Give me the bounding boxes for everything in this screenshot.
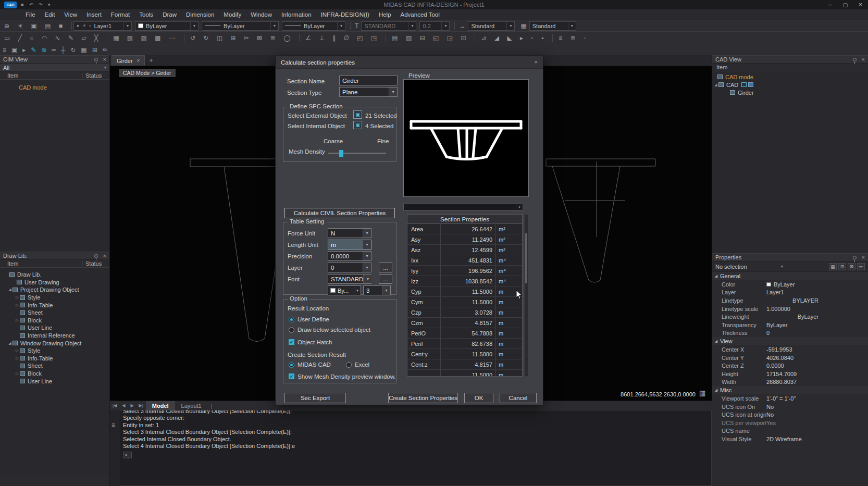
edit-pencil-icon[interactable]: ✎ [28,46,39,54]
menu-item-information[interactable]: Information [277,9,316,20]
toggle-value-icon[interactable]: ▦ [829,263,837,270]
tree-item-block[interactable]: Block [0,317,109,325]
tree-item-style[interactable]: Style [0,347,109,355]
expanded-arrow-icon[interactable] [713,83,718,87]
prev-tab-icon[interactable]: ◀ [119,403,128,408]
show-mesh-preview-checkbox[interactable] [289,373,294,379]
dialog-titlebar[interactable]: Calculate section properties [276,56,543,69]
color-select[interactable]: ByLayer [135,21,199,31]
font-select[interactable]: STANDARD [328,274,371,284]
section-name-input[interactable] [339,76,398,85]
collapsed-arrow-icon[interactable] [15,295,20,300]
menu-item-file[interactable]: File [21,9,40,20]
hatch-tools-icon-group[interactable]: ▦ ▧ ▨ ▩ ⋯ [109,34,182,42]
selection-filter-select[interactable]: No selection [715,264,783,270]
calculate-civil-section-properties-button[interactable]: Calculate CIVIL Section Properties [284,208,395,218]
prop-row-center-y[interactable]: Center Y4026.0840 [712,354,868,362]
select-objects-icon[interactable]: ⊠ [848,263,855,270]
menu-item-help[interactable]: Help [374,9,396,20]
crosshair-icon[interactable]: ┼ [58,46,68,54]
command-menu-icon[interactable]: ≡ [111,421,115,429]
section-type-select[interactable]: Plane [339,87,398,97]
frame-icon[interactable]: ▣ [9,46,20,54]
text-size-select[interactable]: 3 [363,285,391,295]
force-unit-select[interactable]: N [328,228,371,238]
viewport-grid-icon[interactable]: ▦ [699,389,705,397]
prop-row-lineweight[interactable]: LineweightByLayer [712,313,868,321]
command-history[interactable]: Select 3 Internal Closed Boundary Object… [119,410,712,486]
menu-item-draw[interactable]: Draw [158,9,181,20]
menu-item-insert[interactable]: Insert [82,9,106,20]
tree-item-cad-mode[interactable]: CAD mode [712,73,868,81]
modify-tools-icon-group[interactable]: ↺ ↻ ◫ ⊞ ✂ ⊠ ≣ ◯ [186,34,297,42]
dialog-layer-select[interactable]: 0 [328,263,371,272]
sec-export-button[interactable]: Sec Export [284,393,346,403]
pick-internal-object-button[interactable]: ▣ [353,121,362,129]
toolbar-icon-group-view[interactable]: ⊕ ☀ ▣ ▤ ■ [0,22,70,30]
dialog-close-icon[interactable] [535,59,538,65]
tree-item-internal-reference[interactable]: Internal Reference [0,332,109,340]
tree-item-user-drawing[interactable]: User Drawing [0,279,109,286]
dimension-tools-icon-group[interactable]: ∠ ⊥ ∥ ∅ ◰ ◳ [301,34,384,42]
tree-item-sheet[interactable]: Sheet [0,362,109,370]
tree-item-block[interactable]: Block [0,370,109,378]
command-prompt-icon[interactable]: >_ [123,452,132,458]
annotate-icon[interactable]: ✏ [100,46,110,54]
table-tools-icon-group[interactable]: ▤ ▥ ⊟ ◱ ◲ ⊡ [388,34,473,42]
tree-item-info-table[interactable]: Info-Table [0,301,109,309]
tab-close-icon[interactable]: × [137,58,140,64]
draw-tools-icon-group[interactable]: ▭ ╱ ○ ◠ ∿ ✎ ▱ ╳ [0,34,105,42]
lineweight-select[interactable]: ByLayer [282,21,345,31]
tab-layout1[interactable]: Layout1 [175,401,208,410]
polyline-icon[interactable]: ━ [49,46,58,54]
text-style-select[interactable]: STANDARD [361,21,416,31]
display-icon[interactable] [741,82,747,87]
maximize-button[interactable]: ▢ [838,0,853,9]
viewport-icon[interactable] [748,82,753,87]
pin-icon[interactable] [853,58,857,61]
cim-node-cad-mode[interactable]: CAD mode [0,84,109,92]
length-unit-select[interactable]: m [328,240,371,250]
menu-item-edit[interactable]: Edit [40,9,60,20]
pin-icon[interactable] [94,254,98,258]
mesh-density-slider-thumb[interactable] [339,150,343,157]
tree-item-info-table[interactable]: Info-Table [0,355,109,363]
prop-row-center-z[interactable]: Center Z0.0000 [712,362,868,370]
create-section-properties-button[interactable]: Create Section Properties [388,393,458,403]
midas-cad-radio[interactable] [289,362,294,368]
prop-row-height[interactable]: Height17154.7009 [712,370,868,378]
expanded-arrow-icon[interactable] [7,341,13,345]
menu-item-dimension[interactable]: Dimension [181,9,219,20]
ok-button[interactable]: OK [464,393,493,403]
tree-item-cad[interactable]: CAD [712,81,868,89]
excel-radio[interactable] [346,362,352,368]
edit-properties-icon[interactable]: ✏ [857,263,865,270]
text-color-select[interactable]: By... [328,285,361,295]
close-icon[interactable] [862,255,865,260]
prop-row-linetype[interactable]: LinetypeBYLAYER [712,296,868,305]
pin-icon[interactable] [94,58,98,61]
menu-item-format[interactable]: Format [106,9,134,20]
tree-item-draw-lib[interactable]: Draw Lib. [0,271,109,279]
expanded-arrow-icon[interactable] [7,288,13,292]
prop-row-ucs-icon-on[interactable]: UCS icon OnNo [712,403,868,411]
text-style-icon[interactable]: T [352,22,361,30]
object-hatch-checkbox[interactable] [289,339,294,345]
prop-row-linetype-scale[interactable]: Linetype scale1.000000 [712,305,868,313]
dim-style-icon[interactable]: ↔ [456,22,468,30]
new-tab-button[interactable]: + [145,55,157,66]
menu-item-view[interactable]: View [59,9,82,20]
close-icon[interactable] [862,57,865,63]
prop-row-viewport-scale[interactable]: Viewport scale1'-0" = 1'-0" [712,394,868,403]
list-icon[interactable]: ≡ [0,46,9,54]
collapsed-arrow-icon[interactable] [15,371,20,376]
quick-select-icon[interactable]: ⊞ [838,263,846,270]
prop-row-visual-style[interactable]: Visual Style2D Wireframe [712,435,868,443]
snap-tools-icon-group[interactable]: ⊿ ◢ ◣ ▸ ▫ ▪ [477,34,551,42]
table-style-select[interactable]: Standard [529,21,576,31]
precision-select[interactable]: 0.0000 [328,251,371,261]
refresh-icon[interactable]: ↻ [68,46,78,54]
layer-browse-button[interactable]: ... [379,263,392,272]
tree-item-style[interactable]: Style [0,294,109,302]
table-style-icon[interactable]: ▦ [518,22,529,30]
